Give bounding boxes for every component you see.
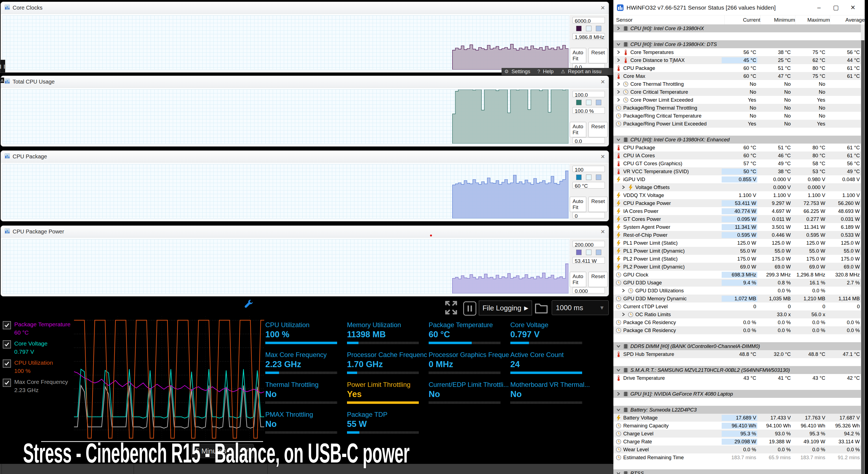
column-header-minimum[interactable]: Minimum xyxy=(760,15,795,24)
sensor-row[interactable]: Voltage Offsets0.000 V0.000 V xyxy=(613,183,861,191)
sensor-row[interactable]: VR VCC Temperature (SVID)50 °C38 °C53 °C… xyxy=(613,167,861,176)
graph-window-titlebar[interactable]: CPU Package Power× xyxy=(1,226,609,238)
auto-fit-button[interactable]: Auto Fit xyxy=(570,197,586,212)
close-icon[interactable]: × xyxy=(601,228,605,235)
sensor-row[interactable]: Core Thermal ThrottlingNoNoNo xyxy=(613,80,861,88)
polling-interval-select[interactable]: 1000 ms ▼ xyxy=(552,300,609,315)
scrollbar-thumb[interactable] xyxy=(861,40,864,474)
scale-max-value[interactable]: 6000.0 xyxy=(572,17,605,23)
sensor-row[interactable]: Package C8 Residency0.0 %0.0 %0.0 %0.0 % xyxy=(613,326,861,334)
legend-checkbox[interactable] xyxy=(3,340,11,349)
sensor-row[interactable]: Charge Rate29.098 W19.388 W49.109 W33.11… xyxy=(613,438,861,445)
sensor-group-row[interactable]: DDR5 DIMM [#0] (BANK 0/Controller0-Chann… xyxy=(613,342,861,350)
sensor-row[interactable]: CPU GT Cores (Graphics)57 °C49 °C58 °C56… xyxy=(613,159,861,167)
sensor-group-row[interactable]: CPU [#0]: Intel Core i9-13980HX: DTS xyxy=(613,40,861,48)
color-swatch-1[interactable] xyxy=(576,250,582,255)
sensor-row[interactable]: Estimated Remaining Time183.7 mins65.9 m… xyxy=(613,453,861,462)
wrench-icon[interactable] xyxy=(243,298,253,309)
color-swatch-3[interactable] xyxy=(596,250,601,255)
legend-checkbox[interactable] xyxy=(3,359,11,368)
sensor-group-row[interactable]: Battery: Sunwoda L22D4PC3 xyxy=(613,406,861,414)
sensor-row[interactable]: VDDQ TX Voltage1.100 V1.100 V1.100 V1.10… xyxy=(613,191,861,199)
color-swatch-1[interactable] xyxy=(576,26,582,31)
color-swatch-3[interactable] xyxy=(596,26,601,31)
sensor-row[interactable]: CPU Package Power53.411 W9.297 W72.753 W… xyxy=(613,199,861,207)
sensor-group-row[interactable]: GPU [#1]: NVIDIA GeForce RTX 4080 Laptop xyxy=(613,390,861,398)
sensor-row[interactable]: Package/Ring Power Limit ExceededYesNoYe… xyxy=(613,120,861,128)
sensor-row[interactable]: GPU D3D Usage9.4 %0.8 %16.1 %2.7 % xyxy=(613,279,861,287)
close-icon[interactable]: × xyxy=(601,78,605,85)
collapse-icon[interactable] xyxy=(616,138,621,141)
sensor-row[interactable]: Core Max60 °C47 °C75 °C61 °C xyxy=(613,72,861,80)
sensor-row[interactable]: PL1 Power Limit (Static)125.0 W125.0 W12… xyxy=(613,239,861,247)
column-header-maximum[interactable]: Maximum xyxy=(795,15,830,24)
expand-icon[interactable] xyxy=(621,288,626,293)
sensor-row[interactable]: Charge Level95.3 %93.0 %95.3 %94.2 % xyxy=(613,430,861,438)
sensor-row[interactable]: Remaining Capacity96.410 Wh94.100 Wh96.4… xyxy=(613,422,861,430)
sensor-row[interactable]: System Agent Power11.341 W3.501 W11.341 … xyxy=(613,223,861,231)
sensor-group-row[interactable]: S.M.A.R.T.: SAMSUNG MZVL21T0HCLR-00BL2 (… xyxy=(613,366,861,374)
auto-fit-button[interactable]: Auto Fit xyxy=(570,122,586,137)
sensor-row[interactable]: PL2 Power Limit (Static)175.0 W175.0 W17… xyxy=(613,255,861,263)
sensor-row[interactable]: IA Cores Power40.774 W4.697 W66.225 W48.… xyxy=(613,207,861,215)
sensor-row[interactable]: OC Ratio Limits33.0 x56.0 x xyxy=(613,310,861,318)
sensor-group-row[interactable]: RTSS xyxy=(613,469,861,474)
sensor-row[interactable]: Drive Temperature43 °C41 °C43 °C42 °C xyxy=(613,374,861,382)
sensor-row[interactable]: Core Distance to TjMAX45 °C25 °C62 °C44 … xyxy=(613,56,861,64)
collapse-icon[interactable] xyxy=(616,472,621,474)
collapse-icon[interactable] xyxy=(616,42,621,46)
sensor-row[interactable]: Battery Voltage17.689 V17.433 V17.763 V1… xyxy=(613,414,861,422)
sensor-row[interactable]: SPD Hub Temperature48.8 °C32.0 °C48.8 °C… xyxy=(613,350,861,358)
color-swatch-2[interactable] xyxy=(586,100,591,105)
sensor-row[interactable]: GT Cores Power0.095 W0.011 W0.277 W0.031… xyxy=(613,215,861,223)
collapse-icon[interactable] xyxy=(616,368,621,372)
legend-checkbox[interactable] xyxy=(3,379,11,387)
sensor-row[interactable]: GPU Clock698.3 MHz299.3 MHz1,296.8 MHz32… xyxy=(613,271,861,279)
close-icon[interactable]: × xyxy=(601,153,605,160)
graph-window-titlebar[interactable]: Core Clocks× xyxy=(1,2,609,14)
reset-button[interactable]: Reset xyxy=(588,272,608,287)
pause-button[interactable] xyxy=(463,302,476,316)
sensor-group-row[interactable]: CPU [#0]: Intel Core i9-13980HX xyxy=(613,24,861,32)
minimize-button[interactable]: – xyxy=(810,0,828,15)
sensor-group-row[interactable]: CPU [#0]: Intel Core i9-13980HX: Enhance… xyxy=(613,136,861,144)
sensor-row[interactable]: Core Power Limit ExceededYesNoYes xyxy=(613,96,861,104)
scale-max-value[interactable]: 100 xyxy=(572,166,605,172)
graph-window-titlebar[interactable]: Total CPU Usage× xyxy=(1,76,609,88)
sensor-row[interactable]: Rest-of-Chip Power0.595 W0.446 W0.595 W0… xyxy=(613,231,861,239)
scrollbar[interactable] xyxy=(861,24,865,474)
sensor-row[interactable]: PL2 Power Limit (Dynamic)69.0 W69.0 W69.… xyxy=(613,263,861,271)
collapse-icon[interactable] xyxy=(616,344,621,348)
sensor-row[interactable]: Package/Ring Thermal ThrottlingNoNoNo xyxy=(613,104,861,112)
sensor-row[interactable]: CPU Package60 °C51 °C80 °C61 °C xyxy=(613,144,861,152)
auto-fit-button[interactable]: Auto Fit xyxy=(570,272,586,287)
color-swatch-2[interactable] xyxy=(586,250,591,255)
close-button[interactable]: ✕ xyxy=(844,0,861,15)
folder-icon[interactable] xyxy=(534,302,548,314)
reset-button[interactable]: Reset xyxy=(588,48,608,63)
sensor-row[interactable]: Current cTDP Level0000 xyxy=(613,303,861,310)
expand-icon[interactable] xyxy=(616,98,621,102)
auto-fit-button[interactable]: Auto Fit xyxy=(570,48,586,63)
reset-button[interactable]: Reset xyxy=(588,197,608,212)
sensor-row[interactable]: Core Critical TemperatureNoNoNo xyxy=(613,88,861,96)
sensor-row[interactable]: Package/Ring Critical TemperatureNoNoNo xyxy=(613,112,861,120)
background-menu-item[interactable]: Settings xyxy=(512,68,530,74)
expand-icon[interactable] xyxy=(616,58,621,62)
color-swatch-1[interactable] xyxy=(576,100,582,105)
file-logging-button[interactable]: File Logging ▶ xyxy=(479,301,532,315)
expand-icon[interactable] xyxy=(616,90,621,94)
sensor-row[interactable]: GPU D3D Utilizations0.0 %0.0 % xyxy=(613,287,861,294)
sensor-row[interactable]: Wear Level0.0 %0.0 %0.0 %0.0 % xyxy=(613,445,861,453)
sensor-row[interactable]: CPU Package60 °C51 °C80 °C61 °C xyxy=(613,64,861,72)
reset-button[interactable]: Reset xyxy=(588,122,608,137)
expand-icon[interactable] xyxy=(616,82,621,86)
color-swatch-1[interactable] xyxy=(576,175,582,180)
expand-icon[interactable] xyxy=(621,185,626,189)
scale-min-value[interactable]: 0 xyxy=(572,212,605,218)
column-header-sensor[interactable]: Sensor xyxy=(613,17,724,23)
sensor-row[interactable]: CPU IA Cores60 °C46 °C80 °C61 °C xyxy=(613,152,861,159)
scale-min-value[interactable]: 0.0 xyxy=(572,137,605,144)
sensor-row[interactable]: Core Temperatures56 °C38 °C75 °C56 °C xyxy=(613,48,861,56)
color-swatch-3[interactable] xyxy=(596,100,601,105)
